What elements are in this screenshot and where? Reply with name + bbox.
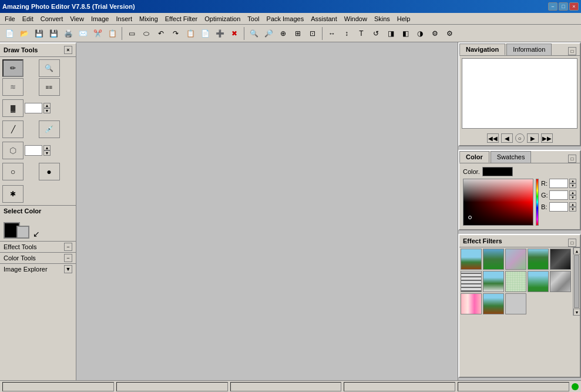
magnify-tool-btn[interactable]: 🔍 — [39, 59, 60, 77]
undo-button[interactable]: ↶ — [154, 26, 168, 41]
color-hue-bar[interactable] — [536, 179, 539, 226]
menu-effect-filter[interactable]: Effect Filter — [162, 14, 201, 24]
b-input[interactable]: 0 — [549, 202, 568, 212]
add-button[interactable]: ➕ — [213, 26, 227, 41]
burn-btn[interactable]: ● — [39, 163, 60, 180]
zoom-out-button[interactable]: 🔍 — [247, 26, 261, 41]
zoom-in-button[interactable]: 🔎 — [261, 26, 276, 41]
menu-image[interactable]: Image — [88, 14, 113, 24]
settings2-button[interactable]: ⚙ — [442, 26, 456, 41]
b-up-btn[interactable]: ▲ — [569, 202, 576, 207]
select-ellipse-button[interactable]: ⬭ — [139, 26, 153, 41]
r-up-btn[interactable]: ▲ — [569, 179, 576, 183]
tab-color[interactable]: Color — [459, 151, 489, 163]
line-draw-btn[interactable]: ╱ — [2, 120, 23, 138]
effect-thumb-4[interactable] — [528, 249, 549, 270]
size-up-btn[interactable]: ▲ — [43, 103, 51, 108]
minimize-button[interactable]: − — [548, 2, 558, 11]
flip-v-button[interactable]: ↕ — [340, 26, 354, 41]
g-input[interactable]: 0 — [549, 190, 568, 200]
save-button[interactable]: 💾 — [32, 26, 46, 41]
maximize-button[interactable]: □ — [559, 2, 568, 11]
menu-insert[interactable]: Insert — [112, 14, 136, 24]
zoom-1to1-button[interactable]: ⊞ — [291, 26, 305, 41]
r-input[interactable]: 0 — [549, 179, 568, 188]
opacity-up-btn[interactable]: ▲ — [43, 145, 51, 150]
save-as-button[interactable]: 💾 — [46, 26, 61, 41]
flip-h-button[interactable]: ↔ — [325, 26, 339, 41]
color-tools-expand-btn[interactable]: − — [64, 254, 72, 262]
tab-information[interactable]: Information — [506, 43, 552, 55]
effect-thumb-1[interactable] — [461, 249, 482, 270]
color-gradient-picker[interactable] — [463, 179, 533, 226]
new-button[interactable]: 📄 — [2, 26, 16, 41]
effect-thumb-5[interactable] — [550, 249, 571, 270]
image-explorer-expand-btn[interactable]: ▼ — [64, 265, 72, 273]
menu-skins[interactable]: Skins — [371, 14, 394, 24]
effect-thumb-13[interactable] — [505, 293, 526, 314]
size-input[interactable]: 32 — [25, 103, 42, 113]
scroll-up-btn[interactable]: ▲ — [573, 247, 580, 254]
b-down-btn[interactable]: ▼ — [569, 207, 576, 212]
opacity-input[interactable]: 2 — [25, 145, 42, 156]
effect-tools-expand-btn[interactable]: − — [64, 243, 72, 251]
fill-bucket-btn[interactable]: ▓ — [2, 99, 23, 117]
effect-thumb-6[interactable] — [461, 271, 482, 292]
stamp-btn[interactable]: ✱ — [2, 185, 23, 203]
redo-button[interactable]: ↷ — [169, 26, 183, 41]
color-display-swatch[interactable] — [482, 167, 513, 176]
menu-convert[interactable]: Convert — [37, 14, 67, 24]
menu-assistant[interactable]: Assistant — [307, 14, 341, 24]
nav-next-btn[interactable]: ▶ — [527, 133, 539, 143]
effect-thumb-12[interactable] — [483, 293, 504, 314]
effect-thumb-3[interactable] — [505, 249, 526, 270]
effect2-button[interactable]: ◧ — [398, 26, 412, 41]
scroll-down-btn[interactable]: ▼ — [573, 309, 580, 316]
cut-button[interactable]: ✂️ — [90, 26, 105, 41]
paste-button[interactable]: 📄 — [198, 26, 212, 41]
effect-thumb-10[interactable] — [550, 271, 571, 292]
email-button[interactable]: ✉️ — [76, 26, 90, 41]
background-color-swatch[interactable] — [16, 226, 29, 239]
zoom-custom-button[interactable]: ⊡ — [305, 26, 320, 41]
menu-tool[interactable]: Tool — [244, 14, 263, 24]
opacity-down-btn[interactable]: ▼ — [43, 150, 51, 156]
tab-swatches[interactable]: Swatches — [491, 151, 532, 163]
brightness-button[interactable]: ◑ — [413, 26, 427, 41]
r-down-btn[interactable]: ▼ — [569, 183, 576, 188]
nav-prev-btn[interactable]: ◀ — [501, 133, 513, 143]
dodge-btn[interactable]: ○ — [2, 163, 23, 180]
blur-btn[interactable]: ⬡ — [2, 142, 23, 159]
swap-colors-icon[interactable]: ↙ — [33, 229, 40, 239]
menu-edit[interactable]: Edit — [19, 14, 37, 24]
rotate-button[interactable]: ↺ — [369, 26, 383, 41]
effect-thumb-8[interactable] — [505, 271, 526, 292]
effect-panel-resize-btn[interactable]: □ — [568, 239, 576, 247]
delete-button[interactable]: ✖ — [227, 26, 241, 41]
airbrush-tool-btn[interactable]: ≡≡ — [39, 78, 60, 96]
zoom-fit-button[interactable]: ⊕ — [276, 26, 290, 41]
smudge-tool-btn[interactable]: ≋ — [2, 78, 23, 96]
copy-button[interactable]: 📋 — [105, 26, 119, 41]
print-button[interactable]: 🖨️ — [61, 26, 75, 41]
tab-navigation[interactable]: Navigation — [459, 43, 505, 55]
effect-thumb-11[interactable] — [461, 293, 482, 314]
copy2-button[interactable]: 📋 — [183, 26, 197, 41]
color-panel-resize-btn[interactable]: □ — [568, 155, 576, 163]
menu-view[interactable]: View — [66, 14, 88, 24]
effect-thumb-9[interactable] — [528, 271, 549, 292]
menu-window[interactable]: Window — [341, 14, 371, 24]
draw-tools-close[interactable]: × — [64, 46, 72, 54]
nav-panel-resize-btn[interactable]: □ — [568, 47, 576, 55]
menu-mixing[interactable]: Mixing — [136, 14, 162, 24]
open-button[interactable]: 📂 — [17, 26, 31, 41]
close-button[interactable]: × — [569, 2, 579, 11]
effect1-button[interactable]: ◨ — [384, 26, 398, 41]
settings1-button[interactable]: ⚙ — [428, 26, 442, 41]
menu-optimization[interactable]: Optimization — [201, 14, 244, 24]
menu-help[interactable]: Help — [394, 14, 414, 24]
effect-thumb-2[interactable] — [483, 249, 504, 270]
nav-last-btn[interactable]: ▶▶ — [541, 133, 553, 143]
text-tool-btn[interactable]: T — [354, 26, 368, 41]
nav-stop-btn[interactable]: ○ — [515, 133, 525, 143]
